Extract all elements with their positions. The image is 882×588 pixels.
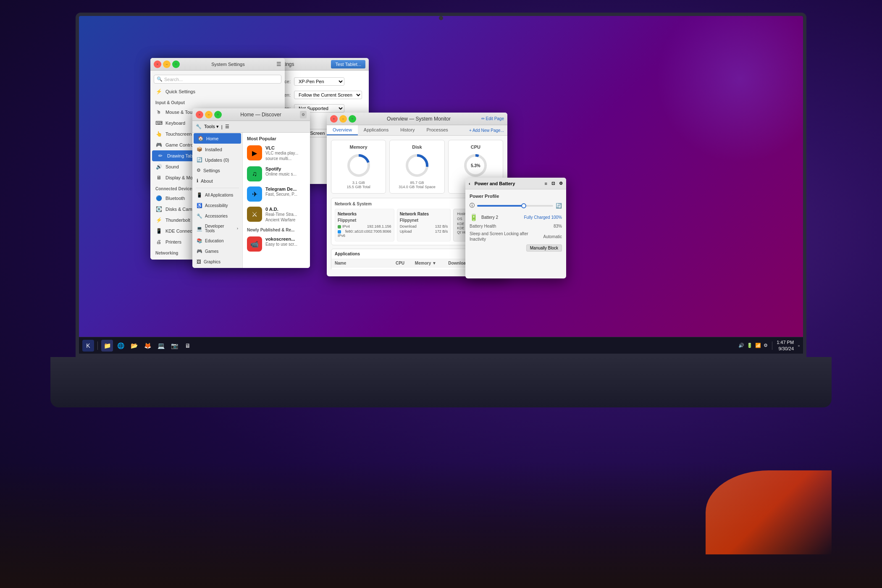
discover-about-item[interactable]: ℹ About	[192, 176, 242, 186]
taskbar-app-6[interactable]: 📷	[168, 340, 180, 352]
sysmon-maximize-btn[interactable]: +	[349, 115, 356, 123]
sleep-value: Automatic	[543, 234, 562, 239]
gamepad-icon: 🎮	[155, 142, 162, 148]
overview-tab-label: Overview	[333, 127, 352, 132]
sysmon-tab-overview[interactable]: Overview	[327, 125, 358, 135]
discover-games[interactable]: 🎮 Games	[192, 246, 242, 257]
discover-main: Most Popular ▶ VLC VLC media play... sou…	[243, 133, 310, 268]
spotify-app-item[interactable]: ♫ Spotify Online music s...	[243, 164, 310, 184]
sysset-hamburger[interactable]: ☰	[276, 61, 281, 67]
discover-maximize-btn[interactable]: +	[214, 111, 222, 118]
col-cpu[interactable]: CPU	[392, 259, 412, 268]
taskbar-app-4[interactable]: 🦊	[142, 340, 153, 352]
discover-close-btn[interactable]: ×	[196, 111, 203, 118]
discover-accessories[interactable]: 🔧 Accessories	[192, 211, 242, 221]
sysmon-add-page[interactable]: + Add New Page...	[469, 128, 504, 133]
col-memory[interactable]: Memory ▼	[412, 259, 445, 268]
ipv4-value: 192.168.1.156	[367, 224, 391, 228]
vokoscreen-icon: 📹	[247, 236, 262, 252]
memory-card: Memory 3.1 GiB 15.5 GiB	[331, 140, 386, 194]
dt-device-select[interactable]: XP-Pen Pen	[294, 77, 344, 86]
education-label: Education	[205, 239, 223, 243]
battery-row: 🔋 Battery 2 Fully Charged 100%	[470, 213, 562, 221]
power-slider-fill	[477, 205, 523, 207]
telegram-desc: Fast, Secure, P...	[265, 192, 306, 197]
systray-icon-1[interactable]: 🔊	[738, 343, 744, 348]
power-sync-icon: 🔄	[556, 203, 562, 209]
power-back-btn[interactable]: ‹	[469, 181, 470, 186]
rates-name: Flippynet	[400, 218, 448, 223]
spotify-name: Spotify	[265, 166, 306, 171]
0ad-app-item[interactable]: ⚔ 0 A.D. Real-Time Stra... Ancient Warfa…	[243, 204, 310, 225]
systray-icon-3[interactable]: 📶	[755, 343, 761, 348]
sysset-minimize-btn[interactable]: −	[163, 60, 171, 68]
discover-devtools[interactable]: 💻 Developer Tools ›	[192, 221, 242, 236]
devtools-arrow: ›	[237, 226, 238, 231]
ipv4-row: IPv4 192.168.1.156	[338, 224, 391, 228]
memory-circle	[346, 153, 371, 178]
sysmon-tab-processes[interactable]: Processes	[420, 125, 454, 135]
taskbar-sep-1	[97, 341, 98, 350]
power-profile-slider[interactable]	[477, 205, 553, 207]
taskbar-kde-btn[interactable]: K	[82, 340, 94, 352]
sysset-quick-settings[interactable]: ⚡ Quick Settings	[150, 86, 285, 97]
power-resize-btn[interactable]: ⊡	[551, 181, 555, 186]
discover-settings-btn[interactable]: ⚙	[300, 111, 307, 118]
graphics-label: Graphics	[204, 260, 220, 264]
discover-home-item[interactable]: 🏠 Home	[194, 133, 241, 144]
discover-minimize-btn[interactable]: −	[205, 111, 213, 118]
discover-settings-item[interactable]: ⚙ Settings	[192, 165, 242, 176]
sysmon-tab-history[interactable]: History	[394, 125, 420, 135]
networks-name: Flippynet	[338, 218, 391, 223]
devtools-label: Developer Tools	[205, 224, 234, 233]
games-icon: 🎮	[197, 249, 202, 254]
home-label: Home	[206, 136, 218, 141]
show-desktop-btn[interactable]: ▫	[798, 343, 800, 348]
taskbar-app-1[interactable]: 📁	[101, 340, 113, 352]
mouse-icon: 🖱	[155, 109, 162, 116]
sysmon-edit-page-btn[interactable]: ✏ Edit Page	[481, 116, 504, 121]
vlc-info: VLC VLC media play... source multi...	[265, 145, 306, 161]
taskbar-app-3[interactable]: 📂	[128, 340, 140, 352]
taskbar-app-5[interactable]: 💻	[155, 340, 167, 352]
network-rates-title: Network Rates	[400, 212, 448, 216]
taskbar-clock[interactable]: 1:47 PM 9/30/24	[777, 339, 794, 352]
vokoscreen-info: vokoscreen... Easy to use scr...	[265, 236, 306, 247]
discover-graphics[interactable]: 🖼 Graphics	[192, 257, 242, 267]
systray-icon-4[interactable]: ⚙	[764, 343, 768, 348]
power-menu-btn[interactable]: ≡	[545, 181, 547, 186]
sysset-search-bar[interactable]: 🔍 Search...	[154, 75, 281, 84]
taskbar-app-2[interactable]: 🌐	[115, 340, 126, 352]
discover-internet[interactable]: 🌐 Internet ›	[192, 267, 242, 268]
sysmon-tab-applications[interactable]: Applications	[358, 125, 394, 135]
discover-all-apps[interactable]: 📱 All Applications	[192, 190, 242, 200]
telegram-icon: ✈	[247, 186, 262, 202]
all-apps-icon: 📱	[197, 192, 202, 198]
vlc-app-item[interactable]: ▶ VLC VLC media play... source multi...	[243, 143, 310, 164]
dt-mapscreen-select[interactable]: Follow the Current Screen	[294, 91, 362, 99]
power-settings-btn[interactable]: ⚙	[559, 181, 563, 186]
disk-total: 314.0 GB Total Space	[394, 185, 440, 189]
discover-accessibility[interactable]: ♿ Accessibility	[192, 200, 242, 211]
sysset-maximize-btn[interactable]: +	[172, 60, 180, 68]
sysset-titlebar: × − + System Settings ☰	[150, 58, 285, 71]
manually-block-btn[interactable]: Manually Block	[526, 244, 562, 252]
col-name[interactable]: Name	[331, 259, 392, 268]
sysmon-close-btn[interactable]: ×	[330, 115, 338, 123]
sysset-close-btn[interactable]: ×	[154, 60, 161, 68]
discover-hamburger[interactable]: ☰	[225, 124, 229, 129]
discover-installed-item[interactable]: 📦 Installed	[192, 144, 242, 155]
test-tablet-btn[interactable]: Test Tablet...	[331, 60, 365, 68]
battery-status: Fully Charged 100%	[524, 215, 562, 220]
systray-icon-2[interactable]: 🔋	[747, 343, 753, 348]
search-placeholder: Search...	[164, 77, 183, 82]
discover-education[interactable]: 📚 Education	[192, 236, 242, 246]
telegram-app-item[interactable]: ✈ Telegram De... Fast, Secure, P...	[243, 184, 310, 204]
vokoscreen-app-item[interactable]: 📹 vokoscreen... Easy to use scr...	[243, 234, 310, 254]
sysmon-minimize-btn[interactable]: −	[339, 115, 347, 123]
battery-label: Battery 2	[481, 215, 520, 220]
discover-updates-item[interactable]: 🔄 Updates (0)	[192, 155, 242, 165]
taskbar-app-7[interactable]: 🖥	[182, 340, 194, 352]
manually-block-row: Manually Block	[470, 244, 562, 252]
accessibility-label: Accessibility	[205, 203, 228, 208]
